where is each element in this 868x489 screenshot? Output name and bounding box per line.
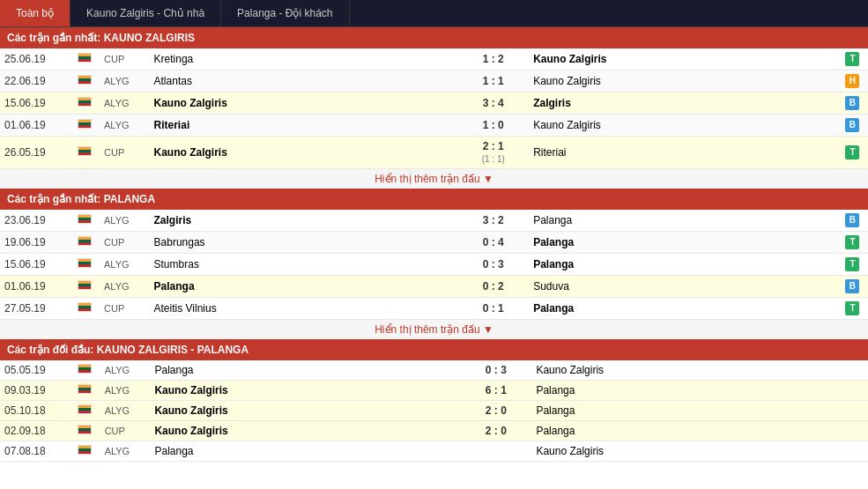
match-date: 15.06.19 (0, 254, 69, 276)
result-badge (842, 381, 868, 401)
country-flag (69, 254, 100, 276)
match-score: 0 : 4 (457, 232, 529, 254)
match-score: 2 : 0 (460, 401, 531, 421)
away-team: Kauno Zalgiris (529, 115, 837, 137)
match-table-2: 05.05.19ALYGPalanga0 : 3Kauno Zalgiris09… (0, 360, 868, 462)
home-team: Palanga (150, 276, 458, 298)
match-score (460, 441, 531, 462)
home-team: Palanga (150, 441, 460, 462)
match-date: 07.08.18 (0, 441, 69, 462)
table-row: 05.10.18ALYGKauno Zalgiris2 : 0Palanga (0, 401, 868, 421)
match-date: 01.06.19 (0, 115, 69, 137)
match-score: 0 : 2 (457, 276, 529, 298)
home-team: Ateitis Vilnius (150, 298, 458, 320)
competition-label: CUP (100, 137, 150, 169)
away-team: Suduva (529, 276, 837, 298)
table-row: 27.05.19CUPAteitis Vilnius0 : 1PalangaT (0, 298, 868, 320)
result-badge: B (837, 115, 868, 137)
country-flag (69, 401, 100, 421)
away-team: Palanga (529, 210, 837, 232)
tab-0[interactable]: Toàn bộ (0, 0, 70, 26)
tab-2[interactable]: Palanga - Đội khách (221, 0, 349, 26)
result-badge (842, 401, 868, 421)
away-team: Kauno Zalgiris (531, 360, 842, 381)
match-date: 15.06.19 (0, 93, 69, 115)
away-team: Zalgiris (529, 93, 837, 115)
competition-label: ALYG (100, 276, 150, 298)
table-row: 01.06.19ALYGPalanga0 : 2SuduvaB (0, 276, 868, 298)
home-team: Stumbras (150, 254, 458, 276)
match-date: 27.05.19 (0, 298, 69, 320)
competition-label: ALYG (100, 210, 150, 232)
match-score: 2 : 1(1 : 1) (457, 137, 529, 169)
show-more-button[interactable]: Hiển thị thêm trận đấu ▼ (0, 320, 868, 339)
home-team: Riteriai (150, 115, 458, 137)
table-row: 26.05.19CUPKauno Zalgiris2 : 1(1 : 1)Rit… (0, 137, 868, 169)
match-score: 6 : 1 (460, 381, 531, 401)
home-team: Atlantas (150, 70, 458, 93)
competition-label: CUP (100, 232, 150, 254)
section-header-0: Các trận gần nhất: KAUNO ZALGIRIS (0, 27, 868, 48)
competition-label: ALYG (100, 254, 150, 276)
table-row: 15.06.19ALYGStumbras0 : 3PalangaT (0, 254, 868, 276)
country-flag (69, 115, 100, 137)
match-date: 05.05.19 (0, 360, 69, 381)
table-row: 09.03.19ALYGKauno Zalgiris6 : 1Palanga (0, 381, 868, 401)
result-badge: T (837, 254, 868, 276)
table-row: 15.06.19ALYGKauno Zalgiris3 : 4ZalgirisB (0, 93, 868, 115)
match-date: 25.06.19 (0, 48, 69, 70)
country-flag (69, 137, 100, 169)
match-score: 0 : 1 (457, 298, 529, 320)
match-score: 2 : 0 (460, 421, 531, 441)
match-date: 19.06.19 (0, 232, 69, 254)
competition-label: CUP (100, 421, 151, 441)
match-score: 3 : 2 (457, 210, 529, 232)
result-badge (842, 441, 868, 462)
country-flag (69, 210, 100, 232)
country-flag (69, 70, 100, 93)
away-team: Kauno Zalgiris (529, 48, 837, 70)
result-badge: T (837, 298, 868, 320)
match-table-1: 23.06.19ALYGZalgiris3 : 2PalangaB19.06.1… (0, 210, 868, 320)
table-row: 02.09.18CUPKauno Zalgiris2 : 0Palanga (0, 421, 868, 441)
section-header-2: Các trận đối đầu: KAUNO ZALGIRIS - PALAN… (0, 339, 868, 360)
home-team: Palanga (150, 360, 460, 381)
tab-1[interactable]: Kauno Zalgiris - Chủ nhà (70, 0, 221, 26)
away-team: Palanga (531, 421, 842, 441)
away-team: Palanga (529, 254, 837, 276)
result-badge: B (837, 93, 868, 115)
country-flag (69, 232, 100, 254)
away-team: Kauno Zalgiris (531, 441, 842, 462)
table-row: 22.06.19ALYGAtlantas1 : 1Kauno ZalgirisH (0, 70, 868, 93)
home-team: Kauno Zalgiris (150, 93, 458, 115)
match-score: 1 : 1 (457, 70, 529, 93)
match-score: 3 : 4 (457, 93, 529, 115)
result-badge (842, 360, 868, 381)
country-flag (69, 360, 100, 381)
table-row: 25.06.19CUPKretinga1 : 2Kauno ZalgirisT (0, 48, 868, 70)
match-score: 1 : 0 (457, 115, 529, 137)
country-flag (69, 93, 100, 115)
competition-label: ALYG (100, 115, 150, 137)
match-date: 05.10.18 (0, 401, 69, 421)
match-table-0: 25.06.19CUPKretinga1 : 2Kauno ZalgirisT2… (0, 48, 868, 169)
match-score: 1 : 2 (457, 48, 529, 70)
match-score: 0 : 3 (457, 254, 529, 276)
away-team: Palanga (531, 381, 842, 401)
home-team: Kauno Zalgiris (150, 137, 458, 169)
away-team: Palanga (529, 298, 837, 320)
match-date: 23.06.19 (0, 210, 69, 232)
show-more-button[interactable]: Hiển thị thêm trận đấu ▼ (0, 169, 868, 189)
competition-label: CUP (100, 48, 150, 70)
competition-label: ALYG (100, 441, 151, 462)
result-badge: H (837, 70, 868, 93)
tabs-bar: Toàn bộKauno Zalgiris - Chủ nhàPalanga -… (0, 0, 868, 27)
country-flag (69, 381, 100, 401)
country-flag (69, 298, 100, 320)
competition-label: ALYG (100, 401, 151, 421)
result-badge: T (837, 232, 868, 254)
match-score: 0 : 3 (460, 360, 531, 381)
match-date: 02.09.18 (0, 421, 69, 441)
result-badge: T (837, 48, 868, 70)
result-badge: B (837, 276, 868, 298)
